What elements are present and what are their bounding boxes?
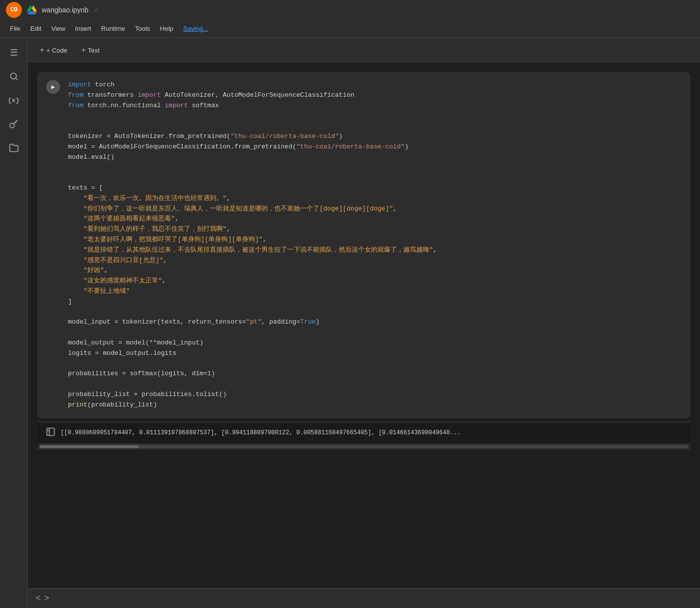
menu-edit[interactable]: Edit: [26, 23, 45, 34]
add-code-button[interactable]: + + Code: [36, 44, 71, 57]
add-text-label: Text: [88, 47, 100, 54]
scrollbar-thumb[interactable]: [40, 445, 139, 448]
notebook-area[interactable]: ▶ import torch from transformers import …: [28, 63, 700, 588]
add-text-button[interactable]: + Text: [77, 44, 104, 57]
svg-point-0: [10, 73, 16, 79]
output-area: [[0.9888609051704407, 0.0111391078688075…: [38, 422, 690, 444]
menu-tools[interactable]: Tools: [131, 23, 154, 34]
menu-view[interactable]: View: [47, 23, 69, 34]
menu-runtime[interactable]: Runtime: [97, 23, 129, 34]
star-icon[interactable]: ☆: [93, 5, 98, 15]
plus-icon-code: +: [40, 46, 44, 55]
nav-arrows[interactable]: < >: [36, 594, 49, 603]
sidebar-search-icon[interactable]: [4, 67, 24, 86]
output-icon: [46, 427, 56, 439]
sidebar: ☰ {x}: [0, 38, 28, 608]
drive-icon: [27, 5, 37, 15]
svg-line-1: [15, 78, 17, 80]
menu-insert[interactable]: Insert: [71, 23, 95, 34]
output-text: [[0.9888609051704407, 0.0111391078688075…: [61, 429, 461, 436]
sidebar-folder-icon[interactable]: [4, 138, 24, 158]
menu-help[interactable]: Help: [156, 23, 178, 34]
sidebar-key-icon[interactable]: [4, 114, 24, 134]
toolbar: + + Code + Text: [28, 38, 700, 63]
content-area: + + Code + Text ▶ import torch from tran…: [28, 38, 700, 608]
menu-bar: File Edit View Insert Runtime Tools Help…: [0, 20, 700, 38]
colab-logo: CO: [6, 2, 22, 18]
notebook-filename: wangbao.ipynb: [42, 6, 88, 14]
main-layout: ☰ {x} + + Code + Text: [0, 38, 700, 608]
add-code-label: + Code: [46, 47, 67, 54]
bottom-scrollbar[interactable]: [38, 444, 690, 450]
menu-file[interactable]: File: [6, 23, 24, 34]
sidebar-menu-icon[interactable]: ☰: [4, 43, 24, 63]
left-arrow[interactable]: <: [36, 594, 41, 603]
code-cell: ▶ import torch from transformers import …: [38, 72, 690, 418]
right-arrow[interactable]: >: [45, 594, 50, 603]
menu-saving: Saving...: [179, 23, 212, 34]
scrollbar-track[interactable]: [40, 445, 688, 448]
cell-code-content[interactable]: import torch from transformers import Au…: [68, 73, 690, 417]
title-bar: CO wangbao.ipynb ☆: [0, 0, 700, 20]
cell-gutter: ▶: [38, 73, 68, 417]
plus-icon-text: +: [81, 46, 86, 55]
svg-point-2: [9, 123, 14, 128]
run-button[interactable]: ▶: [46, 80, 60, 94]
sidebar-variable-icon[interactable]: {x}: [4, 90, 24, 110]
bottom-nav: < >: [28, 588, 700, 608]
svg-rect-3: [47, 428, 55, 435]
